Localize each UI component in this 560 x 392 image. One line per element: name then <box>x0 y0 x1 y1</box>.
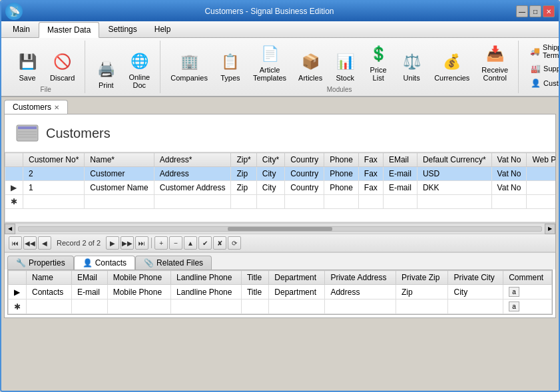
cell-address[interactable]: Address <box>154 167 231 181</box>
contacts-cell-email[interactable]: E-mail <box>71 285 107 299</box>
col-email[interactable]: EMail <box>383 153 417 167</box>
new-row[interactable]: ✱ <box>5 195 556 209</box>
shipping-terms-item[interactable]: 🚚 Shipping Terms <box>527 42 560 61</box>
contacts-col-landline[interactable]: Landline Phone <box>171 271 242 285</box>
contacts-cell-mobile[interactable]: Mobile Phone <box>107 285 170 299</box>
contacts-col-mobile[interactable]: Mobile Phone <box>107 271 170 285</box>
cell-email[interactable]: E-mail <box>383 181 417 195</box>
col-customer-no[interactable]: Customer No* <box>23 153 85 167</box>
contacts-col-comment[interactable]: Comment <box>503 271 552 285</box>
scroll-track[interactable] <box>18 226 542 232</box>
contacts-new-row[interactable]: ✱ a <box>9 299 552 314</box>
contacts-cell-name[interactable]: Contacts <box>27 285 72 299</box>
nav-confirm-button[interactable]: ✔ <box>198 236 212 250</box>
tab-close-button[interactable]: ✕ <box>54 104 59 111</box>
cell-webpage[interactable] <box>527 181 555 195</box>
cell-zip[interactable]: Zip <box>231 167 256 181</box>
col-currency[interactable]: Default Currency* <box>417 153 491 167</box>
contacts-cell-landline[interactable]: Landline Phone <box>171 285 242 299</box>
col-city[interactable]: City* <box>256 153 284 167</box>
contacts-col-private-zip[interactable]: Private Zip <box>396 271 448 285</box>
cell-phone[interactable]: Phone <box>324 167 359 181</box>
print-button[interactable]: 🖨️ Print <box>91 56 121 92</box>
cell-fax[interactable]: Fax <box>358 181 383 195</box>
col-webpage[interactable]: Web Page <box>527 153 555 167</box>
sub-tab-properties[interactable]: 🔧 Properties <box>7 256 74 270</box>
close-button[interactable]: ✕ <box>543 5 555 17</box>
sub-tab-contacts[interactable]: 👤 Contacts <box>74 256 135 270</box>
scroll-thumb[interactable] <box>228 227 332 231</box>
minimize-button[interactable]: — <box>516 5 528 17</box>
contacts-col-email[interactable]: EMail <box>71 271 107 285</box>
cell-fax[interactable]: Fax <box>358 167 383 181</box>
menu-main[interactable]: Main <box>4 21 39 37</box>
cell-currency[interactable]: USD <box>417 167 491 181</box>
contacts-cell-title[interactable]: Title <box>241 285 268 299</box>
nav-prev-prev-button[interactable]: ◀◀ <box>23 236 37 250</box>
col-zip[interactable]: Zip* <box>231 153 256 167</box>
stock-button[interactable]: 📊 Stock <box>330 49 360 85</box>
receive-control-button[interactable]: 📥 ReceiveControl <box>477 41 513 85</box>
currencies-button[interactable]: 💰 Currencies <box>429 49 474 85</box>
discard-button[interactable]: 🚫 Discard <box>45 49 79 85</box>
cell-address[interactable]: Customer Address <box>154 181 231 195</box>
tab-customers[interactable]: Customers ✕ <box>4 100 68 114</box>
nav-cancel-button[interactable]: ✘ <box>213 236 226 250</box>
col-name[interactable]: Name* <box>85 153 154 167</box>
cell-city[interactable]: City <box>256 181 284 195</box>
customers-item[interactable]: 👤 Customers <box>527 77 560 90</box>
col-country[interactable]: Country <box>285 153 324 167</box>
contacts-col-private-addr[interactable]: Private Address <box>325 271 396 285</box>
suppliers-item[interactable]: 🏭 Suppliers <box>527 62 560 75</box>
units-button[interactable]: ⚖️ Units <box>396 49 427 85</box>
cell-name[interactable]: Customer <box>85 167 154 181</box>
nav-up-button[interactable]: ▲ <box>184 236 197 250</box>
sub-tab-related-files[interactable]: 📎 Related Files <box>135 256 212 270</box>
cell-phone[interactable]: Phone <box>324 181 359 195</box>
comment-button-new[interactable]: a <box>509 301 519 311</box>
price-list-button[interactable]: 💲 PriceList <box>363 41 394 85</box>
menu-master-data[interactable]: Master Data <box>39 22 99 38</box>
cell-city[interactable]: City <box>256 167 284 181</box>
cell-vat[interactable]: Vat No <box>491 181 527 195</box>
cell-currency[interactable]: DKK <box>417 181 491 195</box>
table-row[interactable]: 2 Customer Address Zip City Country Phon… <box>5 167 556 181</box>
contacts-cell-dept[interactable]: Department <box>269 285 325 299</box>
types-button[interactable]: 📋 Types <box>215 49 246 85</box>
col-vat[interactable]: Vat No <box>491 153 527 167</box>
maximize-button[interactable]: □ <box>529 5 541 17</box>
cell-webpage[interactable] <box>527 167 555 181</box>
contacts-col-title[interactable]: Title <box>241 271 268 285</box>
cell-vat[interactable]: Vat No <box>491 167 527 181</box>
menu-settings[interactable]: Settings <box>99 21 145 37</box>
nav-prev-button[interactable]: ◀ <box>38 236 51 250</box>
articles-button[interactable]: 📦 Articles <box>294 49 327 85</box>
contacts-cell-private-zip[interactable]: Zip <box>396 285 448 299</box>
contacts-cell-private-city[interactable]: City <box>448 285 503 299</box>
horizontal-scrollbar[interactable]: ◀ ▶ <box>5 223 555 234</box>
contacts-cell-private-addr[interactable]: Address <box>325 285 396 299</box>
save-button[interactable]: 💾 Save <box>12 49 43 85</box>
contacts-col-private-city[interactable]: Private City <box>448 271 503 285</box>
companies-button[interactable]: 🏢 Companies <box>166 49 212 85</box>
contacts-col-dept[interactable]: Department <box>269 271 325 285</box>
cell-zip[interactable]: Zip <box>231 181 256 195</box>
comment-button-1[interactable]: a <box>509 287 519 297</box>
cell-country[interactable]: Country <box>285 167 324 181</box>
cell-country[interactable]: Country <box>285 181 324 195</box>
table-row[interactable]: ▶ Contacts E-mail Mobile Phone Landline … <box>9 285 552 299</box>
contacts-cell-comment[interactable]: a <box>503 285 552 299</box>
table-row[interactable]: ▶ 1 Customer Name Customer Address Zip C… <box>5 181 556 195</box>
menu-help[interactable]: Help <box>146 21 180 37</box>
nav-refresh-button[interactable]: ⟳ <box>228 236 241 250</box>
scroll-left-arrow[interactable]: ◀ <box>5 224 15 234</box>
contacts-col-name[interactable]: Name <box>27 271 72 285</box>
scroll-right-arrow[interactable]: ▶ <box>545 224 555 234</box>
nav-first-button[interactable]: ⏮ <box>9 236 22 250</box>
nav-add-button[interactable]: + <box>154 236 168 250</box>
col-phone[interactable]: Phone <box>324 153 359 167</box>
nav-last-button[interactable]: ⏭ <box>135 236 148 250</box>
cell-email[interactable]: E-mail <box>383 167 417 181</box>
online-doc-button[interactable]: 🌐 OnlineDoc <box>124 48 154 92</box>
col-fax[interactable]: Fax <box>358 153 383 167</box>
